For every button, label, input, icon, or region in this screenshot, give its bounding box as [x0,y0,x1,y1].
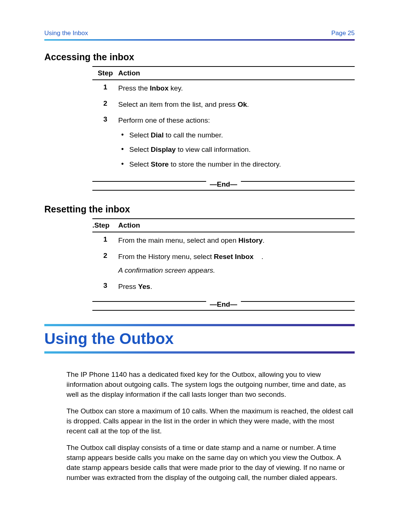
steps-resetting: .Step Action 1 From the main menu, selec… [92,218,355,311]
header-left: Using the Inbox [44,30,88,37]
step-number: 3 [92,282,118,292]
table-row: 2 Select an item from the list, and pres… [92,96,355,113]
step-body: From the main menu, select and open Hist… [118,235,355,246]
step-number: 2 [92,99,118,110]
list-item: Select Dial to call the number. [118,128,355,143]
bullet-list: Select Dial to call the number. Select D… [118,128,355,172]
col-step-header: Step [92,69,118,77]
end-marker: —End— [92,181,355,191]
header-right: Page 25 [331,30,355,37]
running-header: Using the Inbox Page 25 [44,30,355,37]
step-body: From the History menu, select Reset Inbo… [118,252,355,276]
table-header: Step Action [92,67,355,79]
col-action-header: Action [118,221,355,229]
step-number: 3 [92,115,118,171]
chapter-title: Using the Outbox [44,330,355,348]
table-row: 3 Perform one of these actions: Select D… [92,112,355,174]
paragraph: The Outbox can store a maximum of 10 cal… [66,406,355,436]
section-title-accessing: Accessing the inbox [44,52,355,62]
end-rule [92,310,355,311]
col-step-header: .Step [92,221,118,229]
section-title-resetting: Resetting the inbox [44,204,355,215]
end-label: —End— [206,300,241,308]
step-body: Perform one of these actions: Select Dia… [118,115,355,171]
step-number: 1 [92,83,118,93]
table-row: 1 From the main menu, select and open Hi… [92,232,355,249]
step-number: 1 [92,235,118,246]
step-number: 2 [92,252,118,276]
chapter-rule-top [44,324,355,326]
step-body: Press the Inbox key. [118,83,355,93]
page: Using the Inbox Page 25 Accessing the in… [0,0,399,505]
header-rule [44,39,355,41]
table-header: .Step Action [92,219,355,232]
end-marker: —End— [92,301,355,311]
steps-accessing: Step Action 1 Press the Inbox key. 2 Sel… [92,66,355,191]
list-item: Select Display to view call information. [118,142,355,157]
paragraph: The Outbox call display consists of a ti… [66,443,355,483]
end-label: —End— [206,180,241,188]
table-row: 1 Press the Inbox key. [92,80,355,96]
step-body: Select an item from the list, and press … [118,99,355,110]
col-action-header: Action [118,69,355,77]
table-row: 2 From the History menu, select Reset In… [92,249,355,279]
step-body: Press Yes. [118,282,355,292]
paragraph: The IP Phone 1140 has a dedicated fixed … [66,370,355,400]
list-item: Select Store to store the number in the … [118,157,355,172]
table-row: 3 Press Yes. [92,279,355,295]
step-note: A confirmation screen appears. [118,265,355,276]
end-rule [92,190,355,191]
